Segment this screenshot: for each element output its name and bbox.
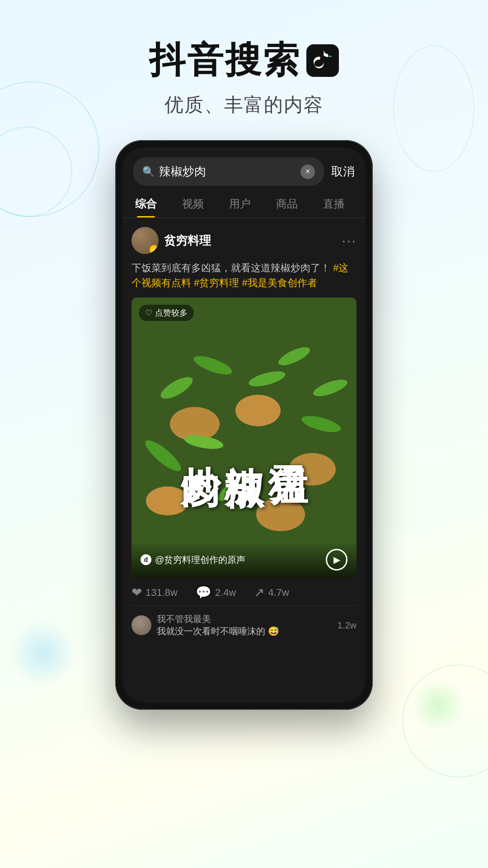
comment-count: 2.4w — [215, 587, 236, 599]
desc-normal-text: 下饭菜到底有多凶猛，就看这道辣椒炒肉了！ — [131, 262, 330, 274]
video-background: ♡ 点赞较多 勇猛辣椒炒肉 d — [131, 297, 357, 578]
commenter-username: 我不管我最美 — [157, 613, 332, 625]
more-options-button[interactable]: ··· — [342, 232, 357, 249]
phone-mockup: 🔍 辣椒炒肉 × 取消 综合 视频 用户 — [115, 140, 373, 710]
like-button[interactable]: ❤ 131.8w — [131, 585, 178, 600]
tab-综合[interactable]: 综合 — [122, 192, 169, 217]
video-thumbnail[interactable]: ♡ 点赞较多 勇猛辣椒炒肉 d — [131, 297, 357, 578]
share-count: 4.7w — [268, 587, 289, 599]
phone-container: 🔍 辣椒炒肉 × 取消 综合 视频 用户 — [0, 140, 488, 710]
search-query: 辣椒炒肉 — [159, 164, 296, 179]
search-bar-area: 🔍 辣椒炒肉 × 取消 — [122, 147, 366, 186]
tiktok-logo-icon — [306, 44, 339, 77]
heart-icon: ♡ — [145, 308, 152, 318]
like-count: 131.8w — [145, 587, 178, 599]
video-badge: ♡ 点赞较多 — [139, 305, 194, 321]
search-cancel-button[interactable]: 取消 — [331, 164, 355, 179]
comment-content: 我就没一次看时不咽唾沫的 😅 — [157, 625, 332, 637]
post-card: ✓ 贫穷料理 ··· 下饭菜到底有多凶猛，就看这道辣椒炒肉了！ #这个视频有点料… — [131, 227, 357, 645]
audio-info: d @贫穷料理创作的原声 — [141, 554, 245, 566]
app-subtitle: 优质、丰富的内容 — [0, 92, 488, 118]
tiktok-mini-icon: d — [141, 554, 151, 565]
verified-badge: ✓ — [150, 245, 159, 254]
clear-icon: × — [305, 167, 310, 176]
play-button[interactable]: ▶ — [326, 549, 347, 571]
app-title: 抖音搜索 — [0, 36, 488, 85]
tabs-area: 综合 视频 用户 商品 直播 音 — [122, 186, 366, 218]
tab-用户[interactable]: 用户 — [216, 192, 263, 217]
like-icon: ❤ — [131, 585, 142, 600]
tab-商品[interactable]: 商品 — [263, 192, 310, 217]
search-clear-button[interactable]: × — [300, 165, 315, 179]
search-input-box[interactable]: 🔍 辣椒炒肉 × — [133, 157, 324, 186]
video-title-overlay: 勇猛辣椒炒肉 — [131, 297, 357, 578]
interaction-bar: ❤ 131.8w 💬 2.4w ↗ 4.7w — [131, 578, 357, 606]
post-description: 下饭菜到底有多凶猛，就看这道辣椒炒肉了！ #这个视频有点料 #贫穷料理 #我是美… — [131, 260, 357, 290]
title-text: 抖音搜索 — [149, 36, 301, 85]
video-footer: d @贫穷料理创作的原声 ▶ — [131, 542, 357, 578]
comment-preview: 我不管我最美 我就没一次看时不咽唾沫的 😅 1.2w — [131, 613, 357, 645]
search-icon: 🔍 — [142, 166, 155, 178]
comment-button[interactable]: 💬 2.4w — [196, 585, 236, 600]
page-header: 抖音搜索 优质、丰富的内容 — [0, 0, 488, 118]
tiktok-d-icon: d — [144, 556, 148, 563]
author-avatar: ✓ — [131, 227, 159, 254]
commenter-avatar — [131, 615, 151, 635]
video-big-title: 勇猛辣椒炒肉 — [178, 434, 310, 441]
check-icon: ✓ — [152, 246, 156, 253]
play-icon: ▶ — [333, 554, 340, 565]
share-icon: ↗ — [254, 585, 264, 600]
share-button[interactable]: ↗ 4.7w — [254, 585, 289, 600]
tab-直播[interactable]: 直播 — [310, 192, 357, 217]
comment-icon: 💬 — [196, 585, 211, 600]
author-name: 贫穷料理 — [164, 233, 211, 249]
badge-text: 点赞较多 — [155, 307, 188, 318]
audio-text: @贫穷料理创作的原声 — [155, 554, 245, 566]
comment-likes: 1.2w — [338, 620, 357, 631]
content-area: ✓ 贫穷料理 ··· 下饭菜到底有多凶猛，就看这道辣椒炒肉了！ #这个视频有点料… — [122, 218, 366, 703]
post-header: ✓ 贫穷料理 ··· — [131, 227, 357, 254]
tab-视频[interactable]: 视频 — [169, 192, 216, 217]
comment-text-area: 我不管我最美 我就没一次看时不咽唾沫的 😅 — [157, 613, 332, 637]
tab-音[interactable]: 音 — [357, 192, 366, 217]
phone-screen: 🔍 辣椒炒肉 × 取消 综合 视频 用户 — [122, 147, 366, 703]
post-author[interactable]: ✓ 贫穷料理 — [131, 227, 211, 254]
